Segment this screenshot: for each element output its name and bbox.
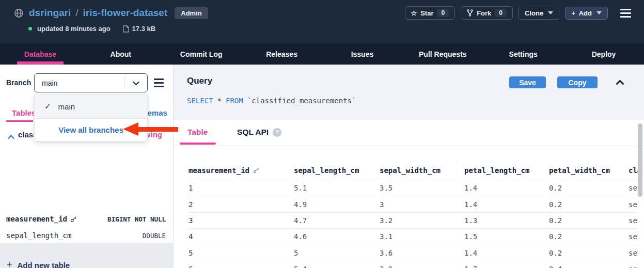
cell: 1.7 bbox=[464, 265, 549, 268]
cell: setosa bbox=[629, 184, 638, 192]
header-menu-icon[interactable] bbox=[619, 7, 633, 19]
nav-tab-label: Pull Requests bbox=[419, 50, 467, 58]
vertical-scrollbar[interactable] bbox=[638, 123, 642, 197]
add-button[interactable]: + Add bbox=[565, 7, 608, 20]
sql-query-text[interactable]: SELECT*FROM`classified_measurements` bbox=[187, 97, 356, 105]
check-icon: ✓ bbox=[44, 102, 51, 111]
admin-badge: Admin bbox=[175, 7, 208, 19]
table-row[interactable]: 3 4.7 3.2 1.3 0.2 setosa bbox=[189, 213, 638, 229]
branch-option-main[interactable]: ✓ main bbox=[35, 94, 147, 119]
chevron-down-icon bbox=[133, 81, 139, 86]
view-all-branches-link[interactable]: View all branches bbox=[35, 119, 147, 141]
cell: 5.1 bbox=[294, 184, 380, 192]
table-row[interactable]: 1 5.1 3.5 1.4 0.2 setosa bbox=[189, 180, 638, 196]
active-tab-underline bbox=[180, 143, 216, 145]
repo-owner-link[interactable]: dsringari bbox=[29, 7, 71, 19]
results-table: measurement_id sepal_length_cm sepal_wid… bbox=[189, 146, 638, 268]
cell: 1.3 bbox=[464, 216, 549, 225]
cell: 3 bbox=[189, 216, 294, 225]
nav-tab-commit-log[interactable]: Commit Log bbox=[161, 44, 242, 65]
schema-column-row[interactable]: sepal_length_cm DOUBLE bbox=[6, 229, 166, 242]
nav-tab-about[interactable]: About bbox=[81, 44, 161, 65]
repo-nav: Database About Commit Log Releases Issue… bbox=[0, 44, 644, 65]
fork-button[interactable]: Fork 0 bbox=[461, 6, 513, 20]
table-row[interactable]: 4 4.6 3.1 1.5 0.2 setosa bbox=[189, 229, 638, 245]
column-header[interactable]: class bbox=[629, 166, 638, 175]
sql-star: * bbox=[217, 97, 222, 105]
branch-dropdown: ✓ main View all branches bbox=[34, 94, 148, 141]
sidebar-menu-icon[interactable] bbox=[154, 78, 164, 87]
nav-tab-settings[interactable]: Settings bbox=[483, 44, 563, 65]
result-tabs: Table SQL API ? bbox=[174, 120, 644, 146]
cell: 1.5 bbox=[464, 232, 549, 241]
nav-tab-pull-requests[interactable]: Pull Requests bbox=[402, 44, 483, 65]
cell: 2 bbox=[189, 200, 294, 209]
breadcrumb-separator: / bbox=[75, 7, 78, 19]
cell: 5.4 bbox=[294, 265, 380, 268]
nav-tab-label: Deploy bbox=[592, 50, 616, 58]
sql-keyword: FROM bbox=[226, 97, 243, 105]
table-row[interactable]: 5 5 3.6 1.4 0.2 setosa bbox=[189, 245, 638, 261]
column-name: measurement_id bbox=[6, 215, 67, 223]
breadcrumb: dsringari / iris-flower-dataset bbox=[29, 7, 167, 19]
cell: 0.2 bbox=[549, 200, 629, 209]
nav-tab-label: Issues bbox=[351, 50, 374, 58]
star-label: Star bbox=[420, 9, 433, 17]
branch-selected-value: main bbox=[42, 79, 57, 87]
cell: 4.6 bbox=[294, 232, 380, 241]
cell: 3 bbox=[380, 200, 464, 209]
active-tab-underline bbox=[6, 120, 33, 122]
cell: 1.4 bbox=[464, 249, 549, 257]
repo-name-link[interactable]: iris-flower-dataset bbox=[83, 7, 168, 19]
column-header[interactable]: measurement_id bbox=[189, 166, 249, 175]
dolthub-repo-page: dsringari / iris-flower-dataset Admin ☆ … bbox=[0, 0, 644, 268]
add-new-table-button[interactable]: + Add new table bbox=[7, 260, 70, 268]
schema-column-row[interactable]: measurement_id BIGINT NOT NULL bbox=[6, 213, 166, 225]
collapse-query-chevron-icon[interactable] bbox=[616, 78, 624, 87]
tab-sql-api[interactable]: SQL API bbox=[237, 128, 269, 137]
help-icon[interactable]: ? bbox=[273, 128, 281, 137]
fork-label: Fork bbox=[477, 9, 491, 17]
cell: setosa bbox=[629, 232, 638, 241]
cell: 6 bbox=[189, 265, 294, 268]
table-row[interactable]: 2 4.9 3 1.4 0.2 setosa bbox=[189, 196, 638, 212]
nav-tab-label: Commit Log bbox=[180, 50, 223, 58]
column-header[interactable]: petal_length_cm bbox=[464, 166, 549, 175]
query-title: Query bbox=[187, 76, 212, 86]
nav-tab-label: Releases bbox=[266, 50, 297, 58]
chevron-down-icon bbox=[548, 11, 553, 14]
cell: setosa bbox=[629, 265, 638, 268]
cell: 0.2 bbox=[549, 249, 629, 257]
cell: 3.9 bbox=[380, 265, 464, 268]
sidebar-tab-tables[interactable]: Tables bbox=[12, 108, 36, 117]
branch-label: Branch bbox=[6, 78, 31, 87]
cell: 3.6 bbox=[380, 249, 464, 257]
clone-button[interactable]: Clone bbox=[519, 7, 559, 20]
plus-icon: + bbox=[7, 260, 12, 268]
sql-keyword: SELECT bbox=[187, 97, 213, 105]
cell: 0.4 bbox=[549, 265, 629, 268]
table-row[interactable]: 6 5.4 3.9 1.7 0.4 setosa bbox=[189, 261, 638, 268]
column-header[interactable]: sepal_width_cm bbox=[380, 166, 464, 175]
tab-table[interactable]: Table bbox=[187, 128, 208, 137]
globe-icon bbox=[14, 8, 24, 18]
cell: 0.2 bbox=[549, 216, 629, 225]
nav-tab-deploy[interactable]: Deploy bbox=[563, 44, 644, 65]
primary-key-icon bbox=[70, 216, 77, 223]
branch-selector[interactable]: main bbox=[34, 73, 148, 92]
nav-tab-label: About bbox=[111, 50, 131, 58]
save-button[interactable]: Save bbox=[509, 76, 546, 88]
nav-tab-database[interactable]: Database bbox=[0, 44, 81, 65]
column-header[interactable]: petal_width_cm bbox=[549, 166, 629, 175]
branch-option-label: main bbox=[58, 102, 75, 111]
copy-button[interactable]: Copy bbox=[557, 76, 598, 88]
column-header[interactable]: sepal_length_cm bbox=[294, 166, 380, 175]
collapse-chevron-icon[interactable] bbox=[8, 132, 14, 141]
cell: 1 bbox=[189, 184, 294, 192]
nav-tab-issues[interactable]: Issues bbox=[322, 44, 403, 65]
star-button[interactable]: ☆ Star 0 bbox=[405, 6, 455, 20]
nav-tab-releases[interactable]: Releases bbox=[242, 44, 322, 65]
add-table-label: Add new table bbox=[18, 261, 70, 268]
cell: 0.2 bbox=[549, 232, 629, 241]
star-icon: ☆ bbox=[411, 9, 417, 17]
